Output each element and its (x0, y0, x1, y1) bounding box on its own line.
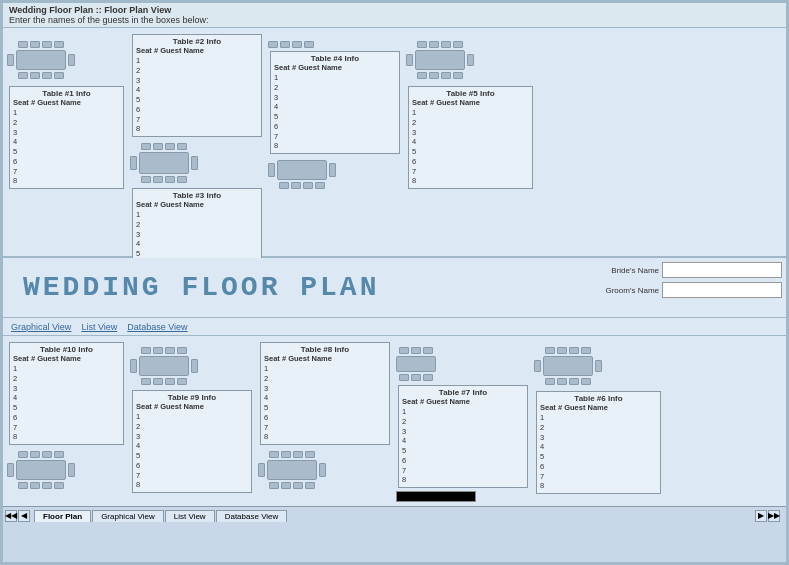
chair (545, 378, 555, 385)
table3-info: Table #3 Info (136, 191, 258, 200)
chair (399, 347, 409, 354)
chair (293, 482, 303, 489)
chair (269, 482, 279, 489)
col-4: Table #5 Info Seat # Guest Name 1 2 3 4 … (406, 32, 535, 252)
table6-info: Table #6 Info (540, 394, 657, 403)
chair (319, 463, 326, 477)
chair (268, 41, 278, 48)
chair (191, 156, 198, 170)
groom-label: Groom's Name (605, 286, 659, 295)
chair (545, 347, 555, 354)
chair (153, 176, 163, 183)
chair (141, 143, 151, 150)
col-1: Table #1 Info Seat # Guest Name 1 2 3 4 … (7, 32, 126, 252)
table6-seat: Seat # Guest Name (540, 403, 657, 412)
chair (54, 41, 64, 48)
chair (141, 347, 151, 354)
instruction: Enter the names of the guests in the box… (9, 15, 780, 25)
chair (281, 451, 291, 458)
chair (595, 360, 602, 372)
chair (165, 378, 175, 385)
table8-seat: Seat # Guest Name (264, 354, 386, 363)
chair (411, 347, 421, 354)
chair (177, 347, 187, 354)
table34-diagram (268, 159, 336, 190)
chair (304, 41, 314, 48)
chair (269, 451, 279, 458)
table4-info: Table #4 Info (274, 54, 396, 63)
table10-seat: Seat # Guest Name (13, 354, 120, 363)
chair (177, 378, 187, 385)
nav-next[interactable]: ▶ (755, 510, 767, 522)
seat-7: 7 (13, 167, 120, 177)
chair (279, 182, 289, 189)
table7-block: Table #7 Info Seat # Guest Name 1 2 3 4 … (398, 385, 528, 488)
chair (292, 41, 302, 48)
banner-title: WEDDING FLOOR PLAN (3, 272, 379, 303)
table2-seat: Seat # Guest Name (136, 46, 258, 55)
lower-col-3: Table #8 Info Seat # Guest Name 1 2 3 4 … (258, 340, 392, 502)
table4-diagram-top (268, 40, 314, 49)
chair (423, 374, 433, 381)
table1-block: Table #1 Info Seat # Guest Name 1 2 3 4 … (9, 86, 124, 189)
chair (557, 347, 567, 354)
chair (305, 482, 315, 489)
chair (165, 176, 175, 183)
table1-info: Table #1 Info (13, 89, 120, 98)
table10-block: Table #10 Info Seat # Guest Name 1 2 3 4… (9, 342, 124, 445)
table-rect (139, 152, 189, 174)
table7-diagram-small (396, 346, 436, 382)
chair (399, 374, 409, 381)
nav-first[interactable]: ◀◀ (5, 510, 17, 522)
tab-database-view[interactable]: Database View (216, 510, 288, 522)
nav-prev[interactable]: ◀ (18, 510, 30, 522)
col-3: Table #4 Info Seat # Guest Name 1 2 3 4 … (268, 32, 402, 252)
tab-graphical[interactable]: Graphical View (11, 322, 71, 332)
chair (557, 378, 567, 385)
table9-info: Table #9 Info (136, 393, 248, 402)
bride-input[interactable] (662, 262, 782, 278)
chair (68, 54, 75, 66)
chair (423, 347, 433, 354)
lower-col-5: Table #6 Info Seat # Guest Name 1 2 3 4 … (534, 340, 663, 502)
nav-arrows-right: ▶ ▶▶ (755, 510, 780, 522)
chair (534, 360, 541, 372)
table1-diagram-top (7, 40, 75, 80)
tab-database[interactable]: Database View (127, 322, 187, 332)
chair (315, 182, 325, 189)
table7-info: Table #7 Info (402, 388, 524, 397)
table-rect (415, 50, 465, 70)
table9-diagram-top (130, 346, 198, 386)
chair (130, 156, 137, 170)
chair (42, 41, 52, 48)
table3-seat: Seat # Guest Name (136, 200, 258, 209)
chair (68, 463, 75, 477)
nav-last[interactable]: ▶▶ (768, 510, 780, 522)
table2-block: Table #2 Info Seat # Guest Name 1 2 3 4 … (132, 34, 262, 137)
app-container: Wedding Floor Plan :: Floor Plan View En… (0, 0, 789, 565)
table7-seat: Seat # Guest Name (402, 397, 524, 406)
table6-diagram-top (534, 346, 602, 386)
chair (18, 41, 28, 48)
upper-section: Table #1 Info Seat # Guest Name 1 2 3 4 … (3, 28, 786, 258)
chair (42, 482, 52, 489)
seat-3: 3 (13, 128, 120, 138)
tab-floor-plan[interactable]: Floor Plan (34, 510, 91, 522)
table10-diagram (7, 450, 75, 490)
nav-tabs: Graphical View List View Database View (3, 318, 786, 336)
table-rect (267, 460, 317, 480)
tab-graphical-view[interactable]: Graphical View (92, 510, 164, 522)
chair (141, 378, 151, 385)
chair (303, 182, 313, 189)
tab-list[interactable]: List View (81, 322, 117, 332)
chair (165, 143, 175, 150)
lower-col-4: Table #7 Info Seat # Guest Name 1 2 3 4 … (396, 340, 530, 502)
table5-diagram-top (406, 40, 474, 80)
table7-input[interactable] (396, 491, 476, 502)
chair (453, 41, 463, 48)
table8-diagram (258, 450, 326, 490)
chair (18, 451, 28, 458)
tab-list-view[interactable]: List View (165, 510, 215, 522)
table8-block: Table #8 Info Seat # Guest Name 1 2 3 4 … (260, 342, 390, 445)
groom-input[interactable] (662, 282, 782, 298)
